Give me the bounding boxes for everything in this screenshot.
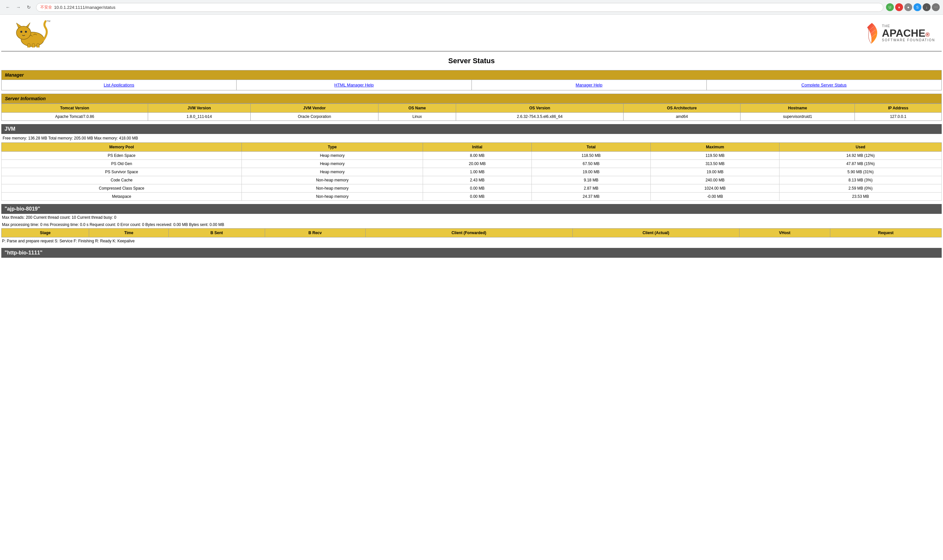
memory-row: PS Old GenHeap memory20.00 MB67.50 MB313… — [2, 160, 942, 168]
svg-rect-8 — [37, 43, 39, 48]
jvm-vendor-value: Oracle Corporation — [251, 113, 378, 121]
memory-cell-2: 0.00 MB — [423, 185, 532, 192]
http-connector-header: "http-bio-1111" — [1, 248, 942, 258]
memory-cell-2: 2.43 MB — [423, 176, 532, 185]
memory-cell-4: 1024.00 MB — [650, 185, 780, 192]
ajp-legend-note: P: Parse and prepare request S: Service … — [1, 237, 942, 245]
col-memory-pool: Memory Pool — [2, 143, 242, 152]
memory-cell-3: 67.50 MB — [532, 160, 651, 168]
browser-toolbar: ← → ↻ 不安全 10.0.1.224:1111/manager/status… — [0, 0, 943, 14]
extension-icon-5[interactable]: ↓ — [923, 3, 931, 11]
col-used: Used — [780, 143, 942, 152]
col-os-version: OS Version — [456, 104, 624, 113]
jvm-version-value: 1.8.0_111-b14 — [148, 113, 251, 121]
page-title: Server Status — [1, 52, 942, 70]
col-tomcat-version: Tomcat Version — [2, 104, 148, 113]
memory-cell-5: 47.87 MB (15%) — [780, 160, 942, 168]
col-os-arch: OS Architecture — [624, 104, 741, 113]
col-initial: Initial — [423, 143, 532, 152]
os-version-value: 2.6.32-754.3.5.el6.x86_64 — [456, 113, 624, 121]
list-applications-link[interactable]: List Applications — [2, 80, 237, 90]
jvm-memory-table: Memory Pool Type Initial Total Maximum U… — [1, 143, 942, 201]
ajp-thread-info: Max threads: 200 Current thread count: 1… — [1, 214, 942, 221]
memory-cell-4: -0.00 MB — [650, 192, 780, 201]
apache-name: APACHE® — [882, 28, 935, 38]
back-button[interactable]: ← — [3, 3, 12, 12]
jvm-section-header: JVM — [1, 124, 942, 134]
memory-cell-1: Heap memory — [242, 152, 423, 160]
memory-row: PS Survivor SpaceHeap memory1.00 MB19.00… — [2, 168, 942, 176]
memory-cell-2: 20.00 MB — [423, 160, 532, 168]
col-hostname: Hostname — [740, 104, 855, 113]
forward-button[interactable]: → — [14, 3, 23, 12]
ajp-table: Stage Time B Sent B Recv Client (Forward… — [1, 228, 942, 237]
refresh-button[interactable]: ↻ — [24, 3, 34, 12]
memory-cell-0: Code Cache — [2, 176, 242, 185]
memory-row: PS Eden SpaceHeap memory8.00 MB118.50 MB… — [2, 152, 942, 160]
memory-cell-5: 5.90 MB (31%) — [780, 168, 942, 176]
address-bar[interactable]: 不安全 10.0.1.224:1111/manager/status — [36, 3, 883, 12]
apache-logo: THE APACHE® SOFTWARE FOUNDATION — [865, 21, 935, 44]
apache-text-block: THE APACHE® SOFTWARE FOUNDATION — [882, 24, 935, 42]
memory-cell-2: 8.00 MB — [423, 152, 532, 160]
http-connector-section: "http-bio-1111" — [1, 248, 942, 258]
col-total: Total — [532, 143, 651, 152]
server-information-section: Server Information Tomcat Version JVM Ve… — [1, 94, 942, 121]
col-client-actual: Client (Actual) — [572, 229, 739, 237]
extension-icon-3[interactable]: ● — [904, 3, 912, 11]
memory-row: MetaspaceNon-heap memory0.00 MB24.37 MB-… — [2, 192, 942, 201]
complete-server-status-link[interactable]: Complete Server Status — [707, 80, 941, 90]
extension-icon-2[interactable]: ♦ — [895, 3, 903, 11]
manager-section-header: Manager — [1, 70, 942, 80]
tomcat-logo-svg: TM — [8, 18, 51, 48]
memory-cell-1: Non-heap memory — [242, 185, 423, 192]
html-manager-help-link[interactable]: HTML Manager Help — [237, 80, 471, 90]
col-type: Type — [242, 143, 423, 152]
memory-cell-0: Compressed Class Space — [2, 185, 242, 192]
extension-icon-1[interactable]: U — [886, 3, 894, 11]
col-jvm-vendor: JVM Vendor — [251, 104, 378, 113]
memory-cell-4: 119.50 MB — [650, 152, 780, 160]
memory-cell-4: 240.00 MB — [650, 176, 780, 185]
memory-cell-0: PS Eden Space — [2, 152, 242, 160]
manager-help-link[interactable]: Manager Help — [472, 80, 707, 90]
jvm-memory-text: Free memory: 136.28 MB Total memory: 205… — [1, 134, 942, 143]
page-header: TM — [1, 15, 942, 51]
server-info-header: Server Information — [1, 94, 942, 103]
col-request: Request — [830, 229, 941, 237]
col-client-forwarded: Client (Forwarded) — [365, 229, 572, 237]
col-jvm-version: JVM Version — [148, 104, 251, 113]
address-text: 10.0.1.224:1111/manager/status — [54, 5, 879, 10]
memory-row: Code CacheNon-heap memory2.43 MB9.18 MB2… — [2, 176, 942, 185]
server-info-data-row: Apache Tomcat/7.0.86 1.8.0_111-b14 Oracl… — [2, 113, 942, 121]
os-name-value: Linux — [378, 113, 456, 121]
col-vhost: VHost — [739, 229, 830, 237]
memory-cell-5: 2.59 MB (0%) — [780, 185, 942, 192]
memory-cell-5: 14.92 MB (12%) — [780, 152, 942, 160]
col-maximum: Maximum — [650, 143, 780, 152]
apache-feather-icon — [865, 21, 880, 44]
memory-row: Compressed Class SpaceNon-heap memory0.0… — [2, 185, 942, 192]
memory-cell-3: 24.37 MB — [532, 192, 651, 201]
os-arch-value: amd64 — [624, 113, 741, 121]
col-b-sent: B Sent — [168, 229, 265, 237]
memory-cell-1: Heap memory — [242, 168, 423, 176]
memory-cell-4: 19.00 MB — [650, 168, 780, 176]
memory-cell-3: 9.18 MB — [532, 176, 651, 185]
security-badge: 不安全 — [40, 5, 52, 10]
extension-icon-6[interactable]: ⋯ — [932, 3, 940, 11]
memory-cell-2: 0.00 MB — [423, 192, 532, 201]
ajp-connector-header: "ajp-bio-8019" — [1, 204, 942, 214]
memory-cell-5: 8.13 MB (3%) — [780, 176, 942, 185]
server-info-header-row: Tomcat Version JVM Version JVM Vendor OS… — [2, 104, 942, 113]
ajp-header-row: Stage Time B Sent B Recv Client (Forward… — [2, 229, 942, 237]
svg-point-4 — [20, 31, 22, 33]
memory-cell-1: Non-heap memory — [242, 176, 423, 185]
server-info-table: Tomcat Version JVM Version JVM Vendor OS… — [1, 103, 942, 121]
ip-address-value: 127.0.0.1 — [855, 113, 942, 121]
svg-text:TM: TM — [46, 20, 51, 23]
svg-point-5 — [25, 31, 27, 33]
hostname-value: supervisordruid1 — [740, 113, 855, 121]
extension-icon-4[interactable]: S — [914, 3, 921, 11]
memory-cell-0: Metaspace — [2, 192, 242, 201]
